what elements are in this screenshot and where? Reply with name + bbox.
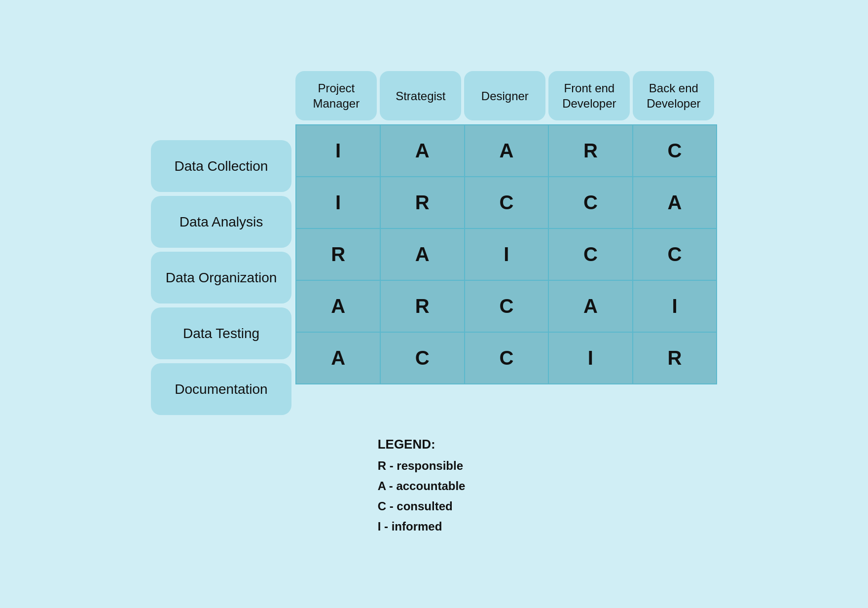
cell-r4-c4: R <box>633 332 717 384</box>
raci-grid: IAARCIRCCARAICCARCAIACCIR <box>295 124 717 384</box>
cell-r4-c1: C <box>380 332 465 384</box>
cell-r0-c1: A <box>380 125 465 177</box>
cell-r1-c3: C <box>548 177 633 228</box>
legend-item-2: C - consulted <box>378 496 466 517</box>
legend-item-1: A - accountable <box>378 476 466 496</box>
raci-layout: Data CollectionData AnalysisData Organiz… <box>151 71 718 419</box>
cell-r0-c0: I <box>296 125 380 177</box>
col-header-project-manager: ProjectManager <box>295 71 377 120</box>
legend: LEGEND: R - responsibleA - accountableC … <box>378 437 466 536</box>
cell-r3-c3: A <box>548 280 633 332</box>
cell-r0-c2: A <box>465 125 549 177</box>
grid-section: ProjectManagerStrategistDesignerFront en… <box>291 71 717 384</box>
legend-items: R - responsibleA - accountableC - consul… <box>378 456 466 536</box>
row-labels: Data CollectionData AnalysisData Organiz… <box>151 140 292 419</box>
legend-item-0: R - responsible <box>378 456 466 476</box>
col-header-back-end-developer: Back endDeveloper <box>633 71 714 120</box>
row-label-1: Data Analysis <box>151 196 292 248</box>
main-container: Data CollectionData AnalysisData Organiz… <box>131 51 737 556</box>
col-header-strategist: Strategist <box>380 71 461 120</box>
cell-r4-c3: I <box>548 332 633 384</box>
cell-r3-c0: A <box>296 280 380 332</box>
cell-r1-c2: C <box>465 177 549 228</box>
table-row: ARCAI <box>296 280 717 332</box>
legend-item-3: I - informed <box>378 517 466 537</box>
cell-r4-c0: A <box>296 332 380 384</box>
cell-r2-c3: C <box>548 228 633 280</box>
cell-r4-c2: C <box>465 332 549 384</box>
table-row: IAARC <box>296 125 717 177</box>
cell-r3-c2: C <box>465 280 549 332</box>
row-label-4: Documentation <box>151 363 292 415</box>
table-row: RAICC <box>296 228 717 280</box>
cell-r3-c1: R <box>380 280 465 332</box>
cell-r2-c1: A <box>380 228 465 280</box>
cell-r1-c1: R <box>380 177 465 228</box>
cell-r3-c4: I <box>633 280 717 332</box>
row-label-0: Data Collection <box>151 140 292 192</box>
row-label-3: Data Testing <box>151 307 292 359</box>
col-header-designer: Designer <box>464 71 545 120</box>
cell-r2-c2: I <box>465 228 549 280</box>
col-header-front-end-developer: Front endDeveloper <box>548 71 630 120</box>
cell-r1-c4: A <box>633 177 717 228</box>
table-row: ACCIR <box>296 332 717 384</box>
column-headers: ProjectManagerStrategistDesignerFront en… <box>295 71 717 120</box>
cell-r1-c0: I <box>296 177 380 228</box>
cell-r2-c4: C <box>633 228 717 280</box>
legend-title: LEGEND: <box>378 437 466 452</box>
cell-r2-c0: R <box>296 228 380 280</box>
table-row: IRCCA <box>296 177 717 228</box>
cell-r0-c3: R <box>548 125 633 177</box>
cell-r0-c4: C <box>633 125 717 177</box>
row-label-2: Data Organization <box>151 252 292 304</box>
